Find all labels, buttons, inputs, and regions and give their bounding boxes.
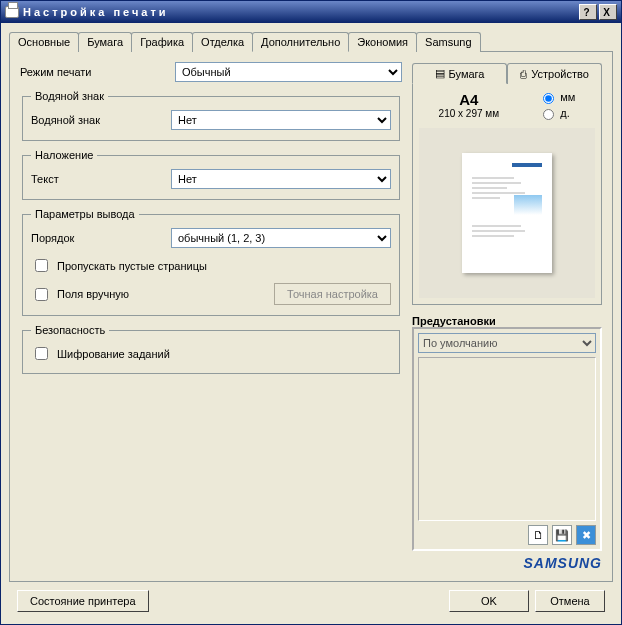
encrypt-label: Шифрование заданий [57, 348, 170, 360]
cancel-button[interactable]: Отмена [535, 590, 605, 612]
unit-mm-radio[interactable] [543, 93, 554, 104]
tab-eco[interactable]: Экономия [348, 32, 417, 52]
paper-dimensions: 210 x 297 мм [439, 108, 499, 119]
print-settings-window: Настройка печати ? X Основные Бумага Гра… [0, 0, 622, 625]
tab-samsung[interactable]: Samsung [416, 32, 480, 52]
tab-paper[interactable]: Бумага [78, 32, 132, 52]
right-column: ▤ Бумага ⎙ Устройство A4 210 x 297 мм [412, 62, 602, 571]
help-button[interactable]: ? [579, 4, 597, 20]
preset-new-icon[interactable]: 🗋 [528, 525, 548, 545]
encrypt-checkbox[interactable] [35, 347, 48, 360]
right-tab-device-label: Устройство [531, 68, 589, 80]
device-icon: ⎙ [520, 68, 527, 80]
watermark-label: Водяной знак [31, 114, 171, 126]
ok-button[interactable]: OK [449, 590, 529, 612]
tab-finish[interactable]: Отделка [192, 32, 253, 52]
order-label: Порядок [31, 232, 171, 244]
skip-blank-checkbox[interactable] [35, 259, 48, 272]
page-preview-sheet [462, 153, 552, 273]
right-tabs: ▤ Бумага ⎙ Устройство [412, 63, 602, 84]
overlay-legend: Наложение [31, 149, 97, 161]
print-mode-select[interactable]: Обычный [175, 62, 402, 82]
page-preview [419, 128, 595, 298]
right-tab-paper[interactable]: ▤ Бумага [412, 63, 507, 84]
tab-advanced[interactable]: Дополнительно [252, 32, 349, 52]
output-group: Параметры вывода Порядок обычный (1, 2, … [22, 208, 400, 316]
unit-radios: мм д. [538, 90, 575, 120]
watermark-select[interactable]: Нет [171, 110, 391, 130]
watermark-legend: Водяной знак [31, 90, 108, 102]
security-legend: Безопасность [31, 324, 109, 336]
tab-graphics[interactable]: Графика [131, 32, 193, 52]
manual-margins-checkbox[interactable] [35, 288, 48, 301]
paper-panel: A4 210 x 297 мм мм д. [412, 83, 602, 305]
samsung-logo: SAMSUNG [412, 555, 602, 571]
titlebar: Настройка печати ? X [1, 1, 621, 23]
fine-tune-button: Точная настройка [274, 283, 391, 305]
printer-icon [5, 6, 19, 18]
printer-status-button[interactable]: Состояние принтера [17, 590, 149, 612]
presets-select[interactable]: По умолчанию [418, 333, 596, 353]
output-legend: Параметры вывода [31, 208, 139, 220]
unit-mm-label: мм [560, 91, 575, 103]
panel: Режим печати Обычный Водяной знак Водяно… [9, 51, 613, 582]
tab-basic[interactable]: Основные [9, 32, 79, 52]
overlay-select[interactable]: Нет [171, 169, 391, 189]
preset-save-icon[interactable]: 💾 [552, 525, 572, 545]
right-tab-paper-label: Бумага [449, 68, 485, 80]
order-select[interactable]: обычный (1, 2, 3) [171, 228, 391, 248]
paper-size: A4 [439, 91, 499, 108]
page-icon: ▤ [435, 67, 445, 80]
close-button[interactable]: X [599, 4, 617, 20]
manual-margins-label: Поля вручную [57, 288, 129, 300]
window-title: Настройка печати [23, 6, 169, 18]
content-area: Основные Бумага Графика Отделка Дополнит… [1, 23, 621, 624]
bottom-bar: Состояние принтера OK Отмена [9, 582, 613, 620]
security-group: Безопасность Шифрование заданий [22, 324, 400, 374]
presets-box: По умолчанию 🗋 💾 ✖ [412, 327, 602, 551]
main-tabs: Основные Бумага Графика Отделка Дополнит… [9, 32, 613, 52]
preset-delete-icon[interactable]: ✖ [576, 525, 596, 545]
overlay-label: Текст [31, 173, 171, 185]
right-tab-device[interactable]: ⎙ Устройство [507, 63, 602, 84]
presets-list [418, 357, 596, 521]
overlay-group: Наложение Текст Нет [22, 149, 400, 200]
presets-label: Предустановки [412, 315, 602, 327]
skip-blank-label: Пропускать пустые страницы [57, 260, 207, 272]
left-column: Режим печати Обычный Водяной знак Водяно… [20, 62, 402, 571]
unit-in-radio[interactable] [543, 109, 554, 120]
unit-in-label: д. [560, 107, 569, 119]
watermark-group: Водяной знак Водяной знак Нет [22, 90, 400, 141]
print-mode-label: Режим печати [20, 66, 175, 78]
print-mode-row: Режим печати Обычный [20, 62, 402, 82]
